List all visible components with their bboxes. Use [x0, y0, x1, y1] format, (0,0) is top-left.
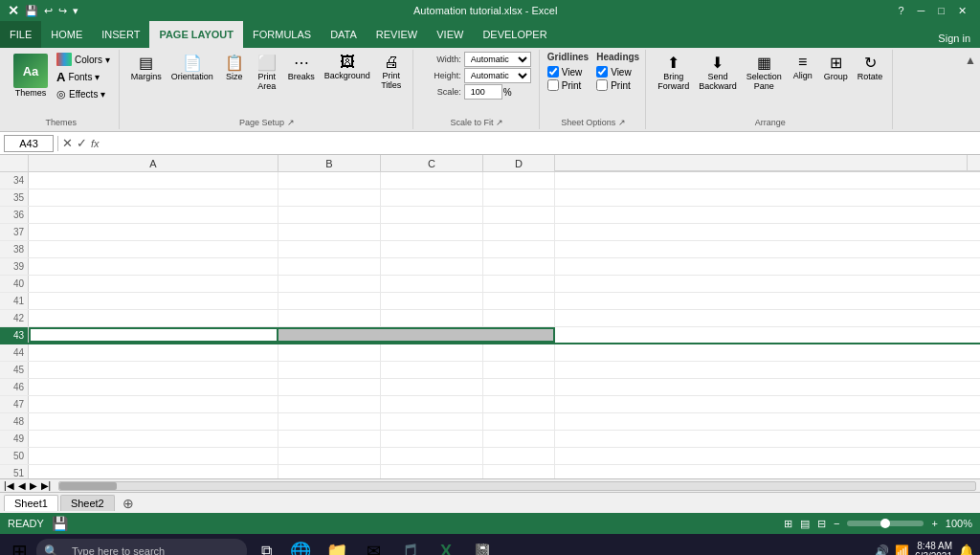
fonts-btn[interactable]: A Fonts ▾ — [54, 69, 113, 85]
ribbon-collapse-btn[interactable]: ▲ — [965, 54, 976, 67]
cell-c37[interactable] — [381, 224, 483, 240]
cell-d46[interactable] — [483, 379, 555, 395]
cell-a39[interactable] — [29, 258, 278, 275]
cell-b39[interactable] — [278, 258, 381, 275]
cell-b38[interactable] — [278, 241, 381, 257]
cell-b48[interactable] — [278, 413, 381, 430]
cell-a41[interactable] — [29, 293, 278, 309]
cell-b49[interactable] — [278, 431, 381, 447]
height-select[interactable]: Automatic — [464, 68, 531, 83]
quick-save[interactable]: 💾 — [25, 5, 38, 17]
cell-d40[interactable] — [483, 276, 555, 292]
edge-btn[interactable]: 🌐 — [285, 536, 316, 555]
scale-input[interactable] — [464, 84, 502, 100]
nav-first-btn[interactable]: |◀ — [2, 480, 16, 491]
cell-d38[interactable] — [483, 241, 555, 257]
system-icon2[interactable]: 📶 — [895, 544, 909, 555]
gridlines-view-check[interactable] — [547, 66, 559, 78]
headings-print-check[interactable] — [596, 79, 608, 91]
cell-d50[interactable] — [483, 448, 555, 464]
tab-home[interactable]: HOME — [41, 21, 92, 48]
cell-c40[interactable] — [381, 276, 483, 292]
cell-d44[interactable] — [483, 344, 555, 361]
cell-a38[interactable] — [29, 241, 278, 257]
nav-last-btn[interactable]: ▶| — [39, 480, 54, 491]
cell-b44[interactable] — [278, 344, 381, 361]
cell-b41[interactable] — [278, 293, 381, 309]
print-area-btn[interactable]: ⬜ PrintArea — [252, 52, 282, 93]
selection-pane-btn[interactable]: ▦ SelectionPane — [743, 52, 786, 93]
zoom-level[interactable]: 100% — [946, 518, 972, 529]
send-backward-btn[interactable]: ⬇ SendBackward — [695, 52, 741, 93]
cell-d48[interactable] — [483, 413, 555, 430]
headings-view-row[interactable]: View — [596, 66, 639, 78]
formula-input[interactable] — [103, 132, 976, 154]
cell-b42[interactable] — [278, 310, 381, 326]
redo-btn[interactable]: ↪ — [58, 5, 67, 17]
cell-a42[interactable] — [29, 310, 278, 326]
cell-c49[interactable] — [381, 431, 483, 447]
rotate-btn[interactable]: ↻ Rotate — [854, 52, 887, 83]
tab-formulas[interactable]: FORMULAS — [243, 21, 321, 48]
cell-c45[interactable] — [381, 362, 483, 378]
tab-developer[interactable]: DEVELOPER — [473, 21, 556, 48]
cell-merged-b43[interactable] — [278, 327, 555, 343]
zoom-slider-plus[interactable]: + — [931, 518, 937, 529]
sheet-tab-1[interactable]: Sheet1 — [4, 495, 58, 511]
cell-d37[interactable] — [483, 224, 555, 240]
group-btn[interactable]: ⊞ Group — [820, 52, 852, 83]
cell-a37[interactable] — [29, 224, 278, 240]
cell-c46[interactable] — [381, 379, 483, 395]
cell-d34[interactable] — [483, 172, 555, 189]
colors-btn[interactable]: Colors ▾ — [54, 52, 113, 67]
headings-print-row[interactable]: Print — [596, 79, 639, 91]
sheet-tab-2[interactable]: Sheet2 — [60, 495, 115, 511]
col-header-c[interactable]: C — [381, 155, 483, 171]
col-header-b[interactable]: B — [278, 155, 381, 171]
cell-c34[interactable] — [381, 172, 483, 189]
nav-prev-btn[interactable]: ◀ — [16, 480, 28, 491]
cell-a43[interactable] — [29, 327, 278, 343]
cell-c44[interactable] — [381, 344, 483, 361]
h-scrollbar[interactable] — [58, 481, 976, 491]
cell-a40[interactable] — [29, 276, 278, 292]
cell-d47[interactable] — [483, 396, 555, 412]
cell-b34[interactable] — [278, 172, 381, 189]
cell-c51[interactable] — [381, 465, 483, 478]
zoom-slider-minus[interactable]: − — [834, 518, 839, 529]
cell-d36[interactable] — [483, 207, 555, 223]
cell-a46[interactable] — [29, 379, 278, 395]
page-layout-btn[interactable]: ▤ — [800, 518, 810, 530]
cell-a36[interactable] — [29, 207, 278, 223]
tab-data[interactable]: DATA — [321, 21, 367, 48]
tab-review[interactable]: REVIEW — [367, 21, 427, 48]
gridlines-print-row[interactable]: Print — [547, 79, 589, 91]
cell-a48[interactable] — [29, 413, 278, 430]
tab-file[interactable]: FILE — [0, 21, 41, 48]
cell-d49[interactable] — [483, 431, 555, 447]
cell-c35[interactable] — [381, 189, 483, 206]
cell-c42[interactable] — [381, 310, 483, 326]
nav-next-btn[interactable]: ▶ — [28, 480, 39, 491]
headings-view-check[interactable] — [596, 66, 608, 78]
cell-d35[interactable] — [483, 189, 555, 206]
zoom-slider[interactable] — [847, 521, 924, 526]
folder-btn[interactable]: 📁 — [322, 536, 352, 555]
cell-d45[interactable] — [483, 362, 555, 378]
cell-c38[interactable] — [381, 241, 483, 257]
cell-b51[interactable] — [278, 465, 381, 478]
col-header-d[interactable]: D — [483, 155, 555, 171]
cell-b40[interactable] — [278, 276, 381, 292]
tab-insert[interactable]: INSERT — [92, 21, 149, 48]
cell-a50[interactable] — [29, 448, 278, 464]
tab-page-layout[interactable]: PAGE LAYOUT — [149, 21, 243, 48]
maximize-btn[interactable]: □ — [932, 5, 950, 16]
confirm-formula-btn[interactable]: ✓ — [77, 136, 87, 150]
cell-a44[interactable] — [29, 344, 278, 361]
add-sheet-btn[interactable]: ⊕ — [117, 496, 140, 511]
size-btn[interactable]: 📋 Size — [219, 52, 250, 83]
page-break-btn[interactable]: ⊟ — [817, 518, 826, 530]
name-box[interactable] — [4, 135, 54, 152]
bring-forward-btn[interactable]: ⬆ BringForward — [654, 52, 693, 93]
app5-btn[interactable]: 🎵 — [394, 536, 425, 555]
